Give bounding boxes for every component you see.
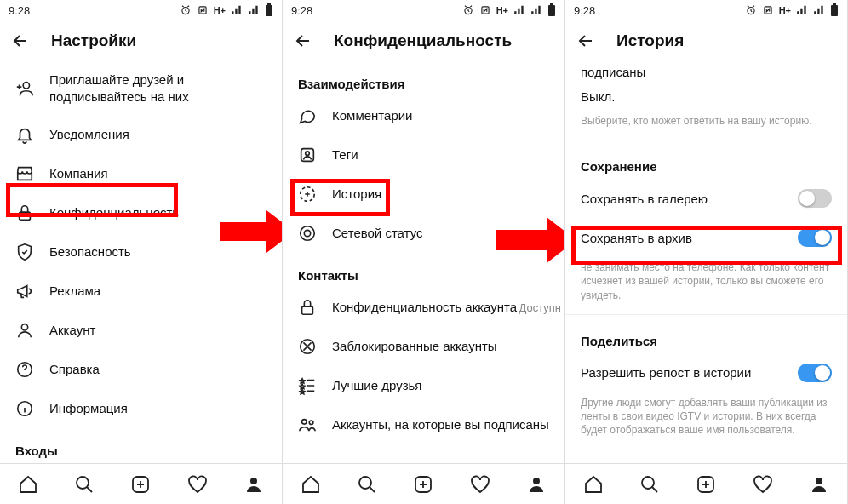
svg-point-25 bbox=[359, 477, 371, 489]
star-list-icon bbox=[298, 376, 317, 395]
partial-text: подписаны bbox=[565, 61, 847, 83]
nfc-icon bbox=[197, 4, 209, 16]
toggle-save-gallery[interactable]: Сохранять в галерею bbox=[565, 179, 847, 218]
menu-invite-friends[interactable]: Приглашайте друзей и подписывайтесь на н… bbox=[0, 61, 282, 115]
menu-label: Заблокированные аккаунты bbox=[332, 338, 497, 355]
nav-home[interactable] bbox=[300, 473, 322, 495]
svg-point-32 bbox=[642, 477, 654, 489]
signal-icon bbox=[513, 4, 525, 16]
toggle-label: Разрешить репост в истории bbox=[581, 365, 751, 380]
menu-business[interactable]: Компания bbox=[0, 154, 282, 193]
svg-point-9 bbox=[77, 477, 89, 489]
svg-point-6 bbox=[21, 324, 27, 330]
menu-close-friends[interactable]: Лучшие друзья bbox=[283, 366, 564, 405]
toggle-allow-repost[interactable]: Разрешить репост в истории bbox=[565, 353, 847, 392]
switch-on[interactable] bbox=[798, 228, 832, 247]
network-type: H+ bbox=[779, 5, 791, 15]
back-icon[interactable] bbox=[293, 31, 313, 51]
nfc-icon bbox=[479, 4, 491, 16]
alarm-icon bbox=[180, 4, 192, 16]
bottom-nav bbox=[283, 463, 564, 504]
nav-search[interactable] bbox=[356, 473, 378, 495]
menu-notifications[interactable]: Уведомления bbox=[0, 115, 282, 154]
svg-rect-15 bbox=[550, 3, 553, 5]
off-label[interactable]: Выкл. bbox=[565, 83, 847, 111]
nav-add[interactable] bbox=[695, 473, 717, 495]
back-icon[interactable] bbox=[576, 31, 596, 51]
menu-ads[interactable]: Реклама bbox=[0, 272, 282, 311]
nav-profile[interactable] bbox=[243, 473, 265, 495]
signal-icon-2 bbox=[813, 4, 825, 16]
toggle-label: Сохранять в галерею bbox=[581, 192, 708, 206]
nav-profile[interactable] bbox=[808, 473, 830, 495]
svg-point-20 bbox=[304, 230, 310, 236]
menu-activity-status[interactable]: Сетевой статус bbox=[283, 214, 564, 253]
nav-profile[interactable] bbox=[525, 473, 547, 495]
page-title: Конфиденциальность bbox=[334, 32, 512, 50]
megaphone-icon bbox=[15, 282, 34, 301]
svg-point-4 bbox=[23, 82, 29, 88]
nav-activity[interactable] bbox=[469, 473, 491, 495]
nav-activity[interactable] bbox=[186, 473, 209, 495]
menu-help[interactable]: Справка bbox=[0, 350, 282, 389]
help-icon bbox=[15, 360, 34, 379]
menu-account[interactable]: Аккаунт bbox=[0, 311, 282, 350]
battery-icon bbox=[547, 3, 556, 17]
menu-account-privacy[interactable]: Конфиденциальность аккаунта Доступн bbox=[283, 288, 564, 327]
toggle-save-archive[interactable]: Сохранять в архив bbox=[565, 218, 847, 257]
nav-home[interactable] bbox=[17, 473, 39, 495]
network-type: H+ bbox=[496, 5, 508, 15]
switch-on[interactable] bbox=[798, 364, 832, 382]
menu-security[interactable]: Безопасность bbox=[0, 232, 282, 272]
switch-off[interactable] bbox=[798, 189, 832, 208]
people-icon bbox=[298, 415, 317, 434]
menu-blocked[interactable]: Заблокированные аккаунты bbox=[283, 327, 564, 366]
panel-story: 9:28 H+ История подписаны Выкл. Выберите… bbox=[565, 0, 848, 504]
status-time: 9:28 bbox=[9, 4, 30, 17]
menu-label: Аккаунты, на которые вы подписаны bbox=[332, 416, 549, 433]
nav-activity[interactable] bbox=[752, 473, 774, 495]
status-icons: H+ bbox=[462, 3, 556, 17]
menu-story[interactable]: История bbox=[283, 175, 564, 214]
content-area: Приглашайте друзей и подписывайтесь на н… bbox=[0, 61, 282, 463]
info-icon bbox=[15, 399, 34, 418]
activity-icon bbox=[298, 224, 317, 243]
menu-tags[interactable]: Теги bbox=[283, 135, 564, 175]
status-bar: 9:28 H+ bbox=[283, 0, 564, 20]
svg-point-17 bbox=[306, 152, 310, 156]
battery-icon bbox=[830, 3, 839, 17]
signal-icon bbox=[231, 4, 243, 16]
nav-search[interactable] bbox=[73, 473, 95, 495]
menu-privacy[interactable]: Конфиденциальность bbox=[0, 193, 282, 232]
menu-about[interactable]: Информация bbox=[0, 389, 282, 428]
section-contacts: Контакты bbox=[283, 253, 564, 288]
nav-search[interactable] bbox=[639, 473, 661, 495]
menu-label: Конфиденциальность bbox=[49, 204, 179, 221]
section-share: Поделиться bbox=[565, 318, 847, 353]
menu-comments[interactable]: Комментарии bbox=[283, 96, 564, 135]
page-header: Конфиденциальность bbox=[283, 20, 564, 61]
menu-label: Лучшие друзья bbox=[332, 377, 422, 394]
block-icon bbox=[298, 337, 317, 356]
menu-label: Безопасность bbox=[49, 243, 131, 261]
panel-settings: 9:28 H+ Настройки Приглашайте друзей и п… bbox=[0, 0, 283, 504]
nav-add[interactable] bbox=[129, 473, 152, 495]
nav-home[interactable] bbox=[582, 473, 604, 495]
status-time: 9:28 bbox=[574, 4, 595, 17]
svg-point-23 bbox=[302, 420, 307, 425]
status-icons: H+ bbox=[180, 3, 273, 17]
menu-label: Справка bbox=[49, 361, 100, 378]
menu-label: Приглашайте друзей и подписывайтесь на н… bbox=[49, 72, 266, 105]
person-icon bbox=[15, 321, 34, 340]
section-logins: Входы bbox=[0, 428, 282, 463]
menu-following[interactable]: Аккаунты, на которые вы подписаны bbox=[283, 405, 564, 444]
nav-add[interactable] bbox=[412, 473, 434, 495]
section-save: Сохранение bbox=[565, 144, 847, 179]
svg-rect-21 bbox=[302, 306, 313, 314]
svg-point-19 bbox=[301, 226, 315, 241]
alarm-icon bbox=[462, 4, 474, 16]
status-icons: H+ bbox=[745, 3, 839, 17]
back-icon[interactable] bbox=[10, 31, 31, 51]
divider bbox=[565, 140, 847, 140]
svg-point-27 bbox=[533, 478, 540, 484]
